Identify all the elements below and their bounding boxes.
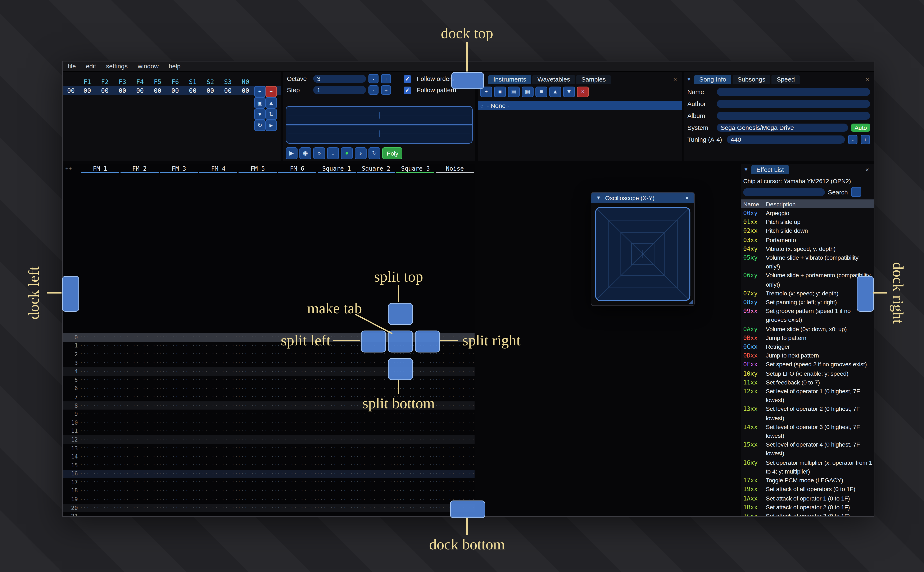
channel-header-fm-3[interactable]: FM 3 — [159, 164, 199, 173]
effect-row[interactable]: 16xySet operator multiplier (x: operator… — [741, 458, 874, 476]
menu-file[interactable]: file — [63, 63, 81, 70]
pattern-cell[interactable]: ··· ·· ·· ··· — [356, 479, 396, 485]
pattern-cell[interactable]: ··· ·· ·· ··· — [396, 386, 435, 392]
metronome-button[interactable]: ♪ — [355, 148, 366, 159]
pattern-cell[interactable]: ··· ·· ·· ··· — [435, 479, 475, 485]
open-instrument-button[interactable]: ▤ — [508, 87, 520, 97]
pattern-cell[interactable]: ··· ·· ·· ··· — [159, 360, 198, 366]
pattern-cell[interactable]: ··· ·· ·· ··· — [238, 334, 277, 340]
dock-right-target[interactable] — [857, 276, 874, 312]
poly-button[interactable]: Poly — [382, 148, 403, 159]
pattern-cell[interactable]: ··· ·· ·· ··· — [198, 471, 238, 476]
pattern-cell[interactable]: ··· ·· ·· ··· — [159, 471, 198, 476]
pattern-cell[interactable]: ··· ·· ·· ··· — [159, 479, 198, 485]
remove-order-button[interactable]: − — [265, 86, 277, 97]
pattern-cell[interactable]: ··· ·· ·· ··· — [356, 445, 396, 451]
pattern-cell[interactable]: ··· ·· ·· ··· — [119, 403, 159, 408]
oscilloscope-close-icon[interactable]: × — [683, 194, 691, 202]
pattern-cell[interactable]: ··· ·· ·· ··· — [316, 437, 356, 442]
channel-header-fm-6[interactable]: FM 6 — [277, 164, 317, 173]
split-top-target[interactable] — [388, 303, 413, 325]
pattern-cell[interactable]: ··· ·· ·· ··· — [238, 351, 277, 357]
pattern-cell[interactable]: ··· ·· ·· ··· — [238, 360, 277, 366]
effect-row[interactable]: 14xxSet level of operator 3 (0 highest, … — [741, 423, 874, 440]
pattern-cell[interactable]: ··· ·· ·· ··· — [119, 394, 159, 400]
effect-row[interactable]: 0AxyVolume slide (0y: down, x0: up) — [741, 325, 874, 334]
play-pattern-button[interactable]: ◉ — [299, 148, 312, 159]
pattern-cell[interactable]: ··· ·· ·· ··· — [119, 351, 159, 357]
save-instrument-button[interactable]: ▦ — [522, 87, 534, 97]
pattern-cell[interactable]: ··· ·· ·· ··· — [356, 462, 396, 468]
pattern-expand-button[interactable]: ++ — [63, 165, 80, 172]
assets-close-icon[interactable]: × — [671, 75, 679, 84]
pattern-cell[interactable]: ··· ·· ·· ··· — [396, 488, 435, 494]
effect-row[interactable]: 15xxSet level of operator 4 (0 highest, … — [741, 440, 874, 458]
pattern-cell[interactable]: ··· ·· ·· ··· — [435, 488, 475, 494]
effect-row[interactable]: 11xxSet feedback (0 to 7) — [741, 378, 874, 387]
pattern-cell[interactable]: ··· ·· ·· ··· — [316, 471, 356, 476]
pattern-cell[interactable]: ··· ·· ·· ··· — [238, 377, 277, 383]
duplicate-order-button[interactable]: ▣ — [254, 97, 265, 109]
tab-wavetables[interactable]: Wavetables — [533, 75, 575, 84]
pattern-cell[interactable]: ··· ·· ·· ··· — [435, 360, 475, 366]
deep-clone-order-button[interactable]: ⇅ — [265, 109, 277, 120]
pattern-cell[interactable]: ··· ·· ·· ··· — [119, 343, 159, 349]
effect-row[interactable]: 12xxSet level of operator 1 (0 highest, … — [741, 387, 874, 405]
pattern-cell[interactable]: ··· ·· ·· ··· — [159, 386, 198, 392]
pattern-cell[interactable]: ··· ·· ·· ··· — [80, 513, 119, 516]
pattern-cell[interactable]: ··· ·· ·· ··· — [435, 403, 475, 408]
octave-increase-button[interactable]: + — [381, 74, 391, 84]
pattern-cell[interactable]: ··· ·· ·· ··· — [159, 454, 198, 460]
pattern-cell[interactable]: ··· ·· ·· ··· — [396, 462, 435, 468]
pattern-cell[interactable]: ··· ·· ·· ··· — [316, 351, 356, 357]
pattern-cell[interactable]: ··· ·· ·· ··· — [159, 437, 198, 442]
pattern-cell[interactable]: ··· ·· ·· ··· — [159, 334, 198, 340]
delete-instrument-button[interactable]: × — [577, 87, 589, 97]
pattern-cell[interactable]: ··· ·· ·· ··· — [356, 428, 396, 434]
pattern-cell[interactable]: ··· ·· ·· ··· — [356, 497, 396, 502]
pattern-cell[interactable]: ··· ·· ·· ··· — [119, 513, 159, 516]
pattern-cell[interactable]: ··· ·· ·· ··· — [316, 505, 356, 511]
pattern-cell[interactable]: ··· ·· ·· ··· — [238, 497, 277, 502]
pattern-cell[interactable]: ··· ·· ·· ··· — [119, 420, 159, 426]
pattern-cell[interactable]: ··· ·· ·· ··· — [316, 386, 356, 392]
split-left-target[interactable] — [361, 331, 386, 353]
pattern-cell[interactable]: ··· ·· ·· ··· — [80, 368, 119, 374]
pattern-cell[interactable]: ··· ·· ·· ··· — [159, 513, 198, 516]
orders-cell[interactable]: 00 — [237, 87, 254, 94]
pattern-cell[interactable]: ··· ·· ·· ··· — [277, 360, 317, 366]
pattern-cell[interactable]: ··· ·· ·· ··· — [119, 505, 159, 511]
pattern-cell[interactable]: ··· ·· ·· ··· — [435, 471, 475, 476]
pattern-cell[interactable]: ··· ·· ·· ··· — [119, 360, 159, 366]
effect-row[interactable]: 1AxxSet attack of operator 1 (0 to 1F) — [741, 494, 874, 503]
pattern-cell[interactable]: ··· ·· ·· ··· — [119, 428, 159, 434]
pattern-cell[interactable]: ··· ·· ·· ··· — [80, 351, 119, 357]
pattern-cell[interactable]: ··· ·· ·· ··· — [435, 437, 475, 442]
pattern-cell[interactable]: ··· ·· ·· ··· — [159, 411, 198, 417]
follow-orders-checkbox[interactable] — [404, 75, 411, 82]
pattern-cell[interactable]: ··· ·· ·· ··· — [80, 445, 119, 451]
pattern-cell[interactable]: ··· ·· ·· ··· — [198, 420, 238, 426]
pattern-cell[interactable]: ··· ·· ·· ··· — [396, 497, 435, 502]
orders-cell[interactable]: 00 — [149, 87, 166, 94]
menu-window[interactable]: window — [132, 63, 164, 70]
make-tab-target[interactable] — [388, 331, 413, 353]
pattern-cell[interactable]: ··· ·· ·· ··· — [238, 445, 277, 451]
pattern-cell[interactable]: ··· ·· ·· ··· — [80, 360, 119, 366]
oscilloscope-collapse-icon[interactable]: ▼ — [594, 194, 603, 202]
pattern-cell[interactable]: ··· ·· ·· ··· — [396, 445, 435, 451]
pattern-cell[interactable]: ··· ·· ·· ··· — [119, 437, 159, 442]
channel-header-noise[interactable]: Noise — [435, 164, 475, 173]
dock-top-target[interactable] — [451, 72, 484, 89]
pattern-cell[interactable]: ··· ·· ·· ··· — [316, 394, 356, 400]
pattern-cell[interactable]: ··· ·· ·· ··· — [198, 368, 238, 374]
pattern-cell[interactable]: ··· ·· ·· ··· — [277, 411, 317, 417]
effect-row[interactable]: 04xyVibrato (x: speed; y: depth) — [741, 244, 874, 253]
effect-list-collapse-icon[interactable]: ▼ — [742, 166, 750, 174]
orders-cell[interactable]: 00 — [78, 87, 96, 94]
channel-header-fm-1[interactable]: FM 1 — [80, 164, 120, 173]
step-decrease-button[interactable]: - — [368, 85, 379, 95]
pattern-cell[interactable]: ··· ·· ·· ··· — [198, 513, 238, 516]
pattern-cell[interactable]: ··· ·· ·· ··· — [316, 497, 356, 502]
effect-row[interactable]: 1BxxSet attack of operator 2 (0 to 1F) — [741, 503, 874, 512]
